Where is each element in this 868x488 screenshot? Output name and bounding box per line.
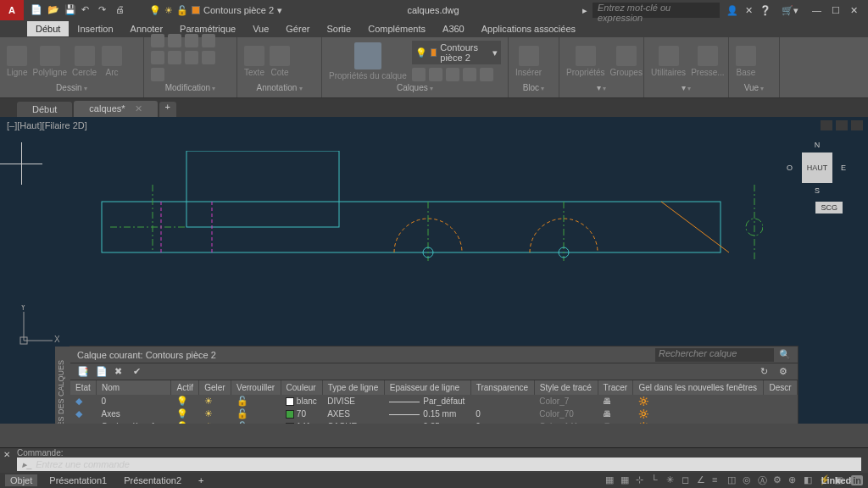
ribbon-tab-debut[interactable]: Début xyxy=(27,21,69,36)
panel-title-calques[interactable]: Calques xyxy=(329,81,501,94)
layer-lock-icon[interactable]: 🔓 xyxy=(236,408,248,419)
ribbon-tab-a360[interactable]: A360 xyxy=(434,21,473,36)
refresh-icon[interactable]: ↻ xyxy=(760,366,772,378)
tool-cote[interactable]: Cote xyxy=(270,46,290,77)
tool-move-icon[interactable] xyxy=(151,34,164,47)
layout-tab-pres2[interactable]: Présentation2 xyxy=(119,474,186,486)
layer-on-icon[interactable]: 💡 xyxy=(176,408,188,419)
qat-save-icon[interactable]: 💾 xyxy=(64,4,76,16)
close-tab-icon[interactable]: ✕ xyxy=(135,103,142,114)
panel-title-dessin[interactable]: Dessin xyxy=(7,81,136,94)
viewport-maximize-icon[interactable] xyxy=(836,120,848,130)
annotation-icon[interactable]: Ⓐ xyxy=(758,474,771,486)
qat-print-icon[interactable]: 🖨 xyxy=(115,4,127,16)
viewcube[interactable]: N O E S HAUT xyxy=(792,142,843,193)
tool-mirror-icon[interactable] xyxy=(151,51,164,64)
layer-linetype[interactable]: CACHE xyxy=(322,420,384,424)
layer-tool-icon[interactable] xyxy=(429,68,442,81)
layer-color-swatch[interactable] xyxy=(286,423,294,424)
viewport-close-icon[interactable] xyxy=(851,120,863,130)
tool-layer-properties[interactable]: Propriétés du calque xyxy=(329,42,407,80)
viewcube-east[interactable]: E xyxy=(841,164,846,172)
ribbon-tab-sortie[interactable]: Sortie xyxy=(318,21,359,36)
layer-lock-icon[interactable]: 🔓 xyxy=(236,421,248,424)
layer-plotstyle[interactable]: Color_70 xyxy=(534,408,598,420)
tool-cercle[interactable]: Cercle xyxy=(72,46,97,77)
layer-on-icon[interactable]: 💡 xyxy=(176,396,188,406)
layer-col-header[interactable]: Type de ligne xyxy=(322,380,384,395)
tool-texte[interactable]: Texte xyxy=(244,46,264,77)
layout-tab-plus[interactable]: + xyxy=(193,474,209,486)
set-current-icon[interactable]: ✔ xyxy=(133,366,145,378)
layer-plotstyle[interactable]: Color_141 xyxy=(534,420,598,424)
exchange-icon[interactable]: ✕ xyxy=(745,5,753,16)
workspace-icon[interactable]: ⚙ xyxy=(773,474,787,486)
tool-trim-icon[interactable] xyxy=(185,34,198,47)
layer-tool-icon[interactable] xyxy=(463,68,476,81)
layout-tab-objet[interactable]: Objet xyxy=(5,474,37,486)
layer-col-header[interactable]: Couleur xyxy=(281,380,322,395)
tool-utilitaires[interactable]: Utilitaires xyxy=(651,46,686,77)
tool-scale-icon[interactable] xyxy=(202,51,215,64)
tool-ligne[interactable]: Ligne xyxy=(7,46,27,77)
layer-vpfreeze-icon[interactable]: 🔆 xyxy=(633,420,764,424)
layer-freeze-icon[interactable]: ☀ xyxy=(204,421,213,424)
layer-col-header[interactable]: Etat xyxy=(70,380,97,395)
layer-row[interactable]: ◆Cache pièce 1💡☀🔓 141CACHE0.25 mm0Color_… xyxy=(70,420,798,424)
panel-title-modification[interactable]: Modification xyxy=(151,81,230,94)
tool-presse[interactable]: Presse... xyxy=(691,46,724,77)
layer-transparency[interactable]: 0 xyxy=(470,408,534,420)
file-tab-calques[interactable]: calques* ✕ xyxy=(74,101,157,117)
isolate-icon[interactable]: ◧ xyxy=(804,474,817,486)
layer-linetype[interactable]: AXES xyxy=(322,408,384,420)
file-tab-debut[interactable]: Début xyxy=(17,102,72,117)
delete-layer-icon[interactable]: ✖ xyxy=(114,366,126,378)
layer-transparency[interactable] xyxy=(470,395,534,408)
cart-icon[interactable]: 🛒▾ xyxy=(778,5,802,16)
cmdline-close-icon[interactable]: ✕ xyxy=(3,450,10,459)
layer-vpfreeze-icon[interactable]: 🔆 xyxy=(633,395,764,408)
ortho-icon[interactable]: └ xyxy=(651,474,665,486)
viewcube-west[interactable]: O xyxy=(787,164,793,172)
scg-button[interactable]: SCG xyxy=(815,202,843,214)
tool-groupes[interactable]: Groupes xyxy=(610,46,643,77)
layer-col-header[interactable]: Verrouiller xyxy=(231,380,281,395)
panel-title-vue[interactable]: Vue xyxy=(736,81,772,94)
layer-color-swatch[interactable] xyxy=(286,397,294,406)
layer-col-header[interactable]: Style de tracé xyxy=(534,380,598,395)
new-layer-freeze-icon[interactable]: 📄 xyxy=(96,366,108,378)
layer-lineweight[interactable]: 0.15 mm xyxy=(384,408,470,420)
layer-lock-icon[interactable]: 🔓 xyxy=(236,396,248,406)
layer-tool-icon[interactable] xyxy=(412,68,426,81)
ribbon-tab-insertion[interactable]: Insertion xyxy=(69,21,121,36)
viewcube-face[interactable]: HAUT xyxy=(802,152,832,183)
tool-arc[interactable]: Arc xyxy=(102,46,122,77)
tool-inserer[interactable]: Insérer xyxy=(515,46,542,77)
layer-col-header[interactable]: Descr xyxy=(764,380,798,395)
layer-color-swatch[interactable] xyxy=(286,410,294,419)
ribbon-tab-complements[interactable]: Compléments xyxy=(359,21,434,36)
ribbon-tab-vue[interactable]: Vue xyxy=(244,21,277,36)
cycling-icon[interactable]: ◎ xyxy=(743,474,756,486)
cmdline-input[interactable]: ▸_ Entrez une commande xyxy=(17,458,861,471)
layer-col-header[interactable]: Actif xyxy=(171,380,199,395)
layer-vpfreeze-icon[interactable]: 🔆 xyxy=(633,408,764,420)
new-layer-icon[interactable]: 📑 xyxy=(77,366,89,378)
layer-freeze-icon[interactable]: ☀ xyxy=(204,408,213,419)
minimize-button[interactable]: — xyxy=(812,5,821,16)
otrack-icon[interactable]: ∠ xyxy=(697,474,710,486)
drawing-viewport[interactable]: [–][Haut][Filaire 2D] xyxy=(0,117,868,424)
layer-col-header[interactable]: Geler xyxy=(199,380,231,395)
search-icon[interactable]: 🔍 xyxy=(779,349,791,360)
layer-plot-icon[interactable]: 🖶 xyxy=(598,395,633,408)
layer-linetype[interactable]: DIVISE xyxy=(322,395,384,408)
transparency-icon[interactable]: ◫ xyxy=(727,474,741,486)
tool-fillet-icon[interactable] xyxy=(168,51,181,64)
layer-col-header[interactable]: Epaisseur de ligne xyxy=(384,380,470,395)
chevron-right-icon[interactable]: ▸ xyxy=(577,5,593,16)
layout-tab-pres1[interactable]: Présentation1 xyxy=(44,474,112,486)
layer-row[interactable]: ◆0💡☀🔓 blancDIVISEPar_défautColor_7🖶🔆 xyxy=(70,395,798,408)
close-button[interactable]: ✕ xyxy=(850,5,858,16)
titlebar-layer-dropdown[interactable]: 💡 ☀ 🔓 Contours pièce 2 ▾ xyxy=(142,5,289,16)
viewport-label[interactable]: [–][Haut][Filaire 2D] xyxy=(7,120,87,130)
